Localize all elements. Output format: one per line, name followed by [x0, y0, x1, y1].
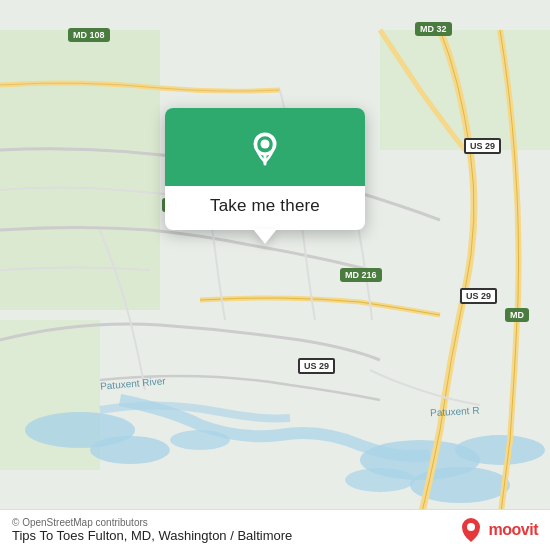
svg-point-8: [345, 468, 415, 492]
moovit-text: moovit: [489, 521, 538, 539]
map-roads: [0, 0, 550, 550]
take-me-there-button[interactable]: Take me there: [210, 196, 320, 216]
shield-md32: MD 32: [415, 22, 452, 36]
svg-point-4: [90, 436, 170, 464]
shield-us29-mid: US 29: [460, 288, 497, 304]
svg-point-13: [467, 523, 475, 531]
popup-card: Take me there: [165, 108, 365, 230]
shield-us29-top: US 29: [464, 138, 501, 154]
shield-md-right: MD: [505, 308, 529, 322]
location-text: Tips To Toes Fulton, MD, Washington / Ba…: [12, 528, 292, 543]
popup-card-body: Take me there: [194, 186, 336, 230]
bottom-bar: © OpenStreetMap contributors Tips To Toe…: [0, 509, 550, 550]
moovit-pin-icon: [457, 516, 485, 544]
shield-md216: MD 216: [340, 268, 382, 282]
moovit-logo: moovit: [457, 516, 538, 544]
location-pin-icon: [243, 126, 287, 170]
bottom-bar-left: © OpenStreetMap contributors Tips To Toe…: [12, 517, 292, 543]
shield-us29-low: US 29: [298, 358, 335, 374]
popup-card-header: [165, 108, 365, 186]
map-container: MD 108 MD 32 US 29 MD MD 216 US 29 US 29…: [0, 0, 550, 550]
svg-point-12: [261, 140, 270, 149]
copyright-text: © OpenStreetMap contributors: [12, 517, 292, 528]
popup-tail: [253, 229, 277, 244]
svg-point-7: [455, 435, 545, 465]
shield-md108: MD 108: [68, 28, 110, 42]
